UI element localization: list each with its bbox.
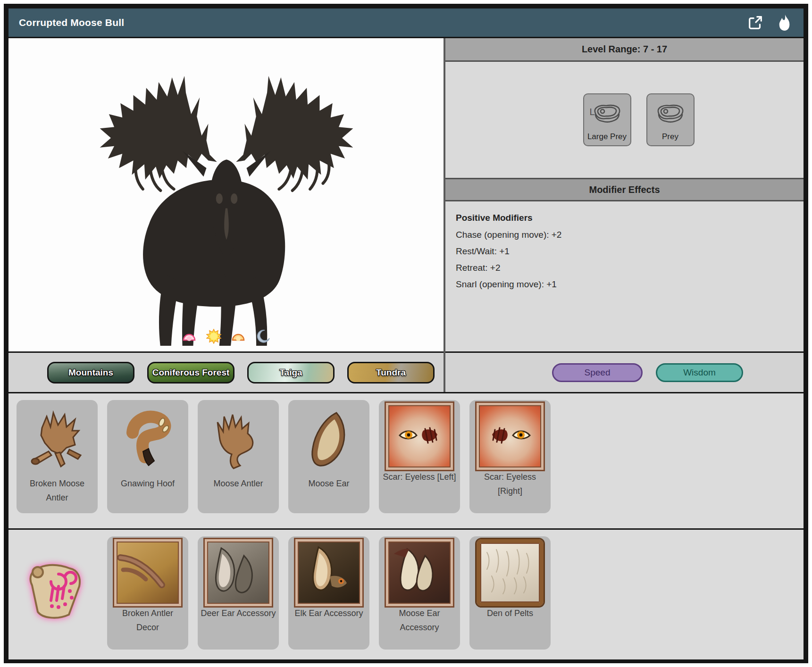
craft-card-moose-ear-accessory[interactable]: Moose Ear Accessory — [379, 536, 460, 650]
drop-label: Moose Ear — [305, 476, 352, 491]
craft-card-elk-ear-accessory[interactable]: Elk Ear Accessory — [288, 536, 369, 650]
drop-card-broken-moose-antler[interactable]: Broken Moose Antler — [17, 400, 98, 513]
drop-label: Scar: Eyeless [Left] — [380, 470, 459, 484]
npc-info-page: Corrupted Moose Bull — [0, 0, 812, 667]
broken-moose-antler-icon — [24, 402, 90, 476]
moose-ear-icon — [296, 402, 362, 476]
npc-stats-panel: Level Range: 7 - 17 L Large Prey — [445, 38, 804, 351]
titlebar: Corrupted Moose Bull — [8, 8, 804, 37]
scar-eyeless-right-image — [477, 403, 544, 470]
modifier-effects-header: Modifier Effects — [445, 178, 804, 201]
crafting-row: Broken Antler Decor Deer Ear Accessory — [8, 530, 804, 659]
craft-label: Moose Ear Accessory — [379, 606, 460, 634]
scar-eyeless-left-image — [386, 403, 453, 470]
biome-button-mountains[interactable]: Mountains — [47, 362, 134, 384]
elk-ear-accessory-image — [295, 539, 362, 606]
drop-card-gnawing-hoof[interactable]: Gnawing Hoof — [107, 400, 188, 513]
biome-row: Mountains Coniferous Forest Taiga Tundra — [8, 353, 444, 392]
titlebar-icons — [747, 14, 793, 31]
large-prey-button[interactable]: L Large Prey — [583, 93, 631, 146]
craft-card-broken-antler-decor[interactable]: Broken Antler Decor — [107, 536, 188, 650]
moose-antler-icon — [205, 402, 271, 476]
sunrise-icon — [182, 329, 197, 344]
glowing-scroll-icon[interactable] — [22, 557, 92, 623]
craft-label: Broken Antler Decor — [107, 606, 188, 634]
moon-icon — [255, 329, 270, 344]
stat-row: Speed Wisdom — [445, 353, 804, 392]
craft-card-den-of-pelts[interactable]: Den of Pelts — [469, 536, 551, 650]
drop-label: Broken Moose Antler — [17, 476, 98, 505]
broken-antler-decor-image — [114, 539, 181, 606]
biome-label: Tundra — [376, 367, 406, 378]
drop-card-moose-ear[interactable]: Moose Ear — [288, 400, 369, 513]
modifier-line: Rest/Wait: +1 — [456, 246, 793, 257]
steak-icon — [584, 102, 630, 126]
biome-button-tundra[interactable]: Tundra — [347, 362, 435, 384]
stat-button-speed[interactable]: Speed — [552, 363, 643, 382]
drop-label: Moose Antler — [210, 476, 266, 491]
biome-button-coniferous-forest[interactable]: Coniferous Forest — [147, 362, 234, 384]
drop-label: Gnawing Hoof — [118, 476, 177, 491]
modifier-line: Retreat: +2 — [456, 263, 793, 273]
modifier-line: Chase (opening move): +2 — [456, 230, 793, 240]
sun-icon — [206, 329, 221, 344]
craft-card-deer-ear-accessory[interactable]: Deer Ear Accessory — [198, 536, 279, 650]
prey-button-label: Prey — [662, 132, 678, 142]
npc-illustration-panel — [8, 38, 444, 351]
deer-ear-accessory-image — [205, 539, 272, 606]
biome-label: Taiga — [279, 367, 302, 378]
gnawing-hoof-icon — [115, 402, 181, 476]
stat-button-wisdom[interactable]: Wisdom — [656, 363, 743, 382]
craft-label: Den of Pelts — [484, 606, 536, 620]
page-title: Corrupted Moose Bull — [19, 17, 124, 28]
craft-label: Deer Ear Accessory — [198, 606, 278, 620]
biome-label: Coniferous Forest — [152, 367, 230, 378]
moose-ear-accessory-image — [386, 539, 453, 606]
active-times-row — [8, 329, 444, 344]
modifier-line: Snarl (opening move): +1 — [456, 279, 793, 290]
prey-button[interactable]: Prey — [646, 93, 695, 146]
flame-icon[interactable] — [776, 14, 793, 31]
drop-card-scar-eyeless-left[interactable]: Scar: Eyeless [Left] — [379, 400, 460, 513]
craft-label: Elk Ear Accessory — [292, 606, 366, 620]
drop-label: Scar: Eyeless [Right] — [469, 470, 551, 498]
prey-size-area: L Large Prey — [445, 62, 804, 178]
corrupted-moose-illustration — [71, 40, 382, 346]
steak-icon — [647, 102, 694, 126]
modifier-effects-content: Positive Modifiers Chase (opening move):… — [445, 201, 804, 307]
sunset-icon — [231, 329, 246, 344]
drop-card-moose-antler[interactable]: Moose Antler — [198, 400, 279, 513]
biome-button-taiga[interactable]: Taiga — [247, 362, 335, 384]
positive-modifiers-title: Positive Modifiers — [456, 213, 793, 223]
prey-button-label: Large Prey — [587, 132, 627, 142]
drops-row: Broken Moose Antler Gnawing Hoof Moose A… — [8, 393, 804, 528]
drop-card-scar-eyeless-right[interactable]: Scar: Eyeless [Right] — [469, 400, 551, 513]
den-of-pelts-image — [477, 539, 544, 606]
external-link-icon[interactable] — [747, 14, 764, 31]
level-range-header: Level Range: 7 - 17 — [445, 38, 804, 62]
biome-label: Mountains — [68, 367, 113, 378]
